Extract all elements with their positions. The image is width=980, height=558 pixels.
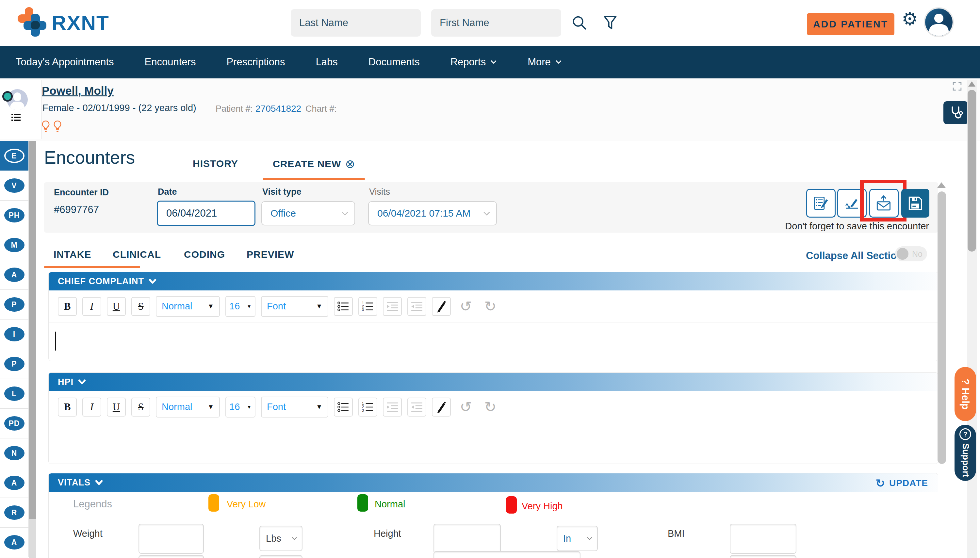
vitals-input-partial[interactable] xyxy=(259,555,303,558)
fullscreen-icon[interactable] xyxy=(952,82,962,92)
close-circle-icon[interactable]: ⊗ xyxy=(345,158,355,170)
encounter-notes-button[interactable] xyxy=(806,189,836,218)
help-tab[interactable]: ? Help xyxy=(954,367,976,421)
tab-create-new[interactable]: CREATE NEW ⊗ xyxy=(273,158,356,170)
rail-item[interactable]: A xyxy=(0,468,29,498)
font-size-select[interactable]: 16▼ xyxy=(225,296,256,317)
underline-button[interactable]: U xyxy=(107,297,126,316)
height-input[interactable] xyxy=(433,524,501,554)
outdent-button[interactable] xyxy=(407,397,426,417)
intake-tab-underline xyxy=(44,266,140,268)
bold-button[interactable]: B xyxy=(58,397,77,417)
rail-item[interactable]: V xyxy=(0,171,29,200)
nav-prescriptions[interactable]: Prescriptions xyxy=(226,56,285,68)
first-name-input[interactable] xyxy=(431,9,561,36)
lightbulb-icon[interactable] xyxy=(53,120,62,133)
scroll-up-arrow[interactable] xyxy=(968,81,975,87)
nav-documents[interactable]: Documents xyxy=(369,56,420,68)
hpi-header[interactable]: HPI xyxy=(49,373,938,391)
numbered-list-button[interactable]: 123 xyxy=(358,297,377,316)
paragraph-style-select[interactable]: Normal▼ xyxy=(156,397,220,417)
italic-button[interactable]: I xyxy=(82,297,101,316)
tab-preview[interactable]: PREVIEW xyxy=(247,249,294,260)
user-avatar[interactable] xyxy=(924,7,954,37)
bmi-input[interactable] xyxy=(730,524,796,554)
visits-select[interactable]: 06/04/2021 07:15 AM xyxy=(368,201,497,225)
bullet-list-button[interactable] xyxy=(334,297,353,316)
nav-more[interactable]: More xyxy=(528,56,562,68)
strikethrough-button[interactable]: S xyxy=(131,297,150,316)
filter-icon[interactable] xyxy=(602,15,619,33)
rail-scrollbar[interactable] xyxy=(29,141,36,558)
search-icon[interactable] xyxy=(571,15,588,33)
pen-color-button[interactable] xyxy=(432,297,451,316)
clinical-tools-button[interactable] xyxy=(944,101,968,124)
outdent-button[interactable] xyxy=(407,297,426,316)
strikethrough-button[interactable]: S xyxy=(131,397,150,417)
bullet-list-button[interactable] xyxy=(334,397,353,417)
bold-button[interactable]: B xyxy=(58,297,77,316)
page-scrollbar[interactable] xyxy=(967,80,977,558)
rail-item[interactable]: P xyxy=(0,349,29,379)
hpi-editor[interactable] xyxy=(49,423,938,464)
rxnt-logo-icon[interactable] xyxy=(18,7,47,39)
encounter-date-input[interactable] xyxy=(157,200,256,226)
panel-scroll-up-arrow[interactable] xyxy=(937,182,946,188)
font-family-select[interactable]: Font▼ xyxy=(261,296,328,317)
font-size-select[interactable]: 16▼ xyxy=(225,397,256,417)
vitals-input-partial[interactable] xyxy=(139,555,204,558)
italic-button[interactable]: I xyxy=(82,397,101,417)
tab-history[interactable]: HISTORY xyxy=(193,158,238,169)
indent-button[interactable] xyxy=(383,297,402,316)
patient-name-link[interactable]: Powell, Molly xyxy=(42,84,114,97)
paragraph-style-select[interactable]: Normal▼ xyxy=(156,296,220,317)
rail-item[interactable]: PH xyxy=(0,200,29,230)
vitals-input-partial[interactable] xyxy=(433,551,580,558)
rail-item[interactable]: A xyxy=(0,528,29,557)
panel-scrollbar[interactable] xyxy=(937,192,946,464)
rail-item[interactable]: A xyxy=(0,260,29,290)
rail-item-encounters[interactable]: E xyxy=(0,141,29,171)
nav-todays-appointments[interactable]: Today's Appointments xyxy=(16,56,114,68)
gear-icon[interactable]: ⚙ xyxy=(901,10,918,28)
numbered-list-button[interactable]: 123 xyxy=(358,397,377,417)
nav-encounters[interactable]: Encounters xyxy=(145,56,196,68)
weight-unit-select[interactable]: Lbs xyxy=(259,526,303,551)
collapse-all-toggle[interactable]: No xyxy=(895,246,927,261)
rail-item[interactable]: N xyxy=(0,438,29,468)
font-family-select[interactable]: Font▼ xyxy=(261,397,328,417)
patient-list-icon[interactable] xyxy=(11,113,21,123)
tab-coding[interactable]: CODING xyxy=(184,249,225,260)
vitals-input-partial[interactable] xyxy=(730,555,796,558)
rail-item[interactable]: PD xyxy=(0,409,29,438)
rail-item[interactable]: I xyxy=(0,320,29,349)
vitals-header[interactable]: VITALS ↻ UPDATE xyxy=(49,473,938,492)
indent-button[interactable] xyxy=(383,397,402,417)
save-encounter-button[interactable] xyxy=(901,189,929,218)
underline-button[interactable]: U xyxy=(107,397,126,417)
undo-button[interactable]: ↺ xyxy=(456,297,475,316)
rail-item[interactable]: R xyxy=(0,498,29,528)
tab-intake[interactable]: INTAKE xyxy=(54,249,91,260)
chief-complaint-editor[interactable] xyxy=(49,322,938,361)
nav-labs[interactable]: Labs xyxy=(316,56,338,68)
chief-complaint-header[interactable]: CHIEF COMPLAINT xyxy=(49,272,938,290)
support-tab[interactable]: ? Support xyxy=(954,425,976,481)
weight-input[interactable] xyxy=(139,524,204,554)
undo-button[interactable]: ↺ xyxy=(456,397,475,417)
visit-type-select[interactable]: Office xyxy=(261,201,355,225)
rail-item[interactable]: M xyxy=(0,230,29,260)
rail-item[interactable]: P xyxy=(0,290,29,320)
lightbulb-icon[interactable] xyxy=(41,120,50,133)
rail-item[interactable]: L xyxy=(0,379,29,409)
vitals-update-button[interactable]: ↻ UPDATE xyxy=(875,477,928,490)
height-unit-select[interactable]: In xyxy=(557,526,598,551)
last-name-input[interactable] xyxy=(291,9,421,36)
add-patient-button[interactable]: ADD PATIENT xyxy=(807,13,895,35)
patient-number-value[interactable]: 270541822 xyxy=(256,103,301,114)
nav-reports[interactable]: Reports xyxy=(451,56,497,68)
redo-button[interactable]: ↻ xyxy=(481,397,500,417)
pen-color-button[interactable] xyxy=(432,397,451,417)
redo-button[interactable]: ↻ xyxy=(481,297,500,316)
tab-clinical[interactable]: CLINICAL xyxy=(113,249,161,260)
